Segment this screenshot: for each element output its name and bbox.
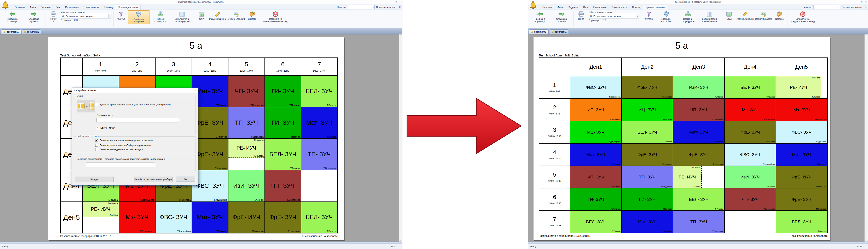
minimize-icon[interactable]: — xyxy=(391,0,393,4)
filter-button[interactable]: Филтър xyxy=(642,10,655,21)
ribbon-tab[interactable]: Виж xyxy=(581,5,590,9)
filter-button[interactable]: Филтър xyxy=(115,10,128,21)
ribbon-tab[interactable]: Виж xyxy=(53,5,63,9)
subject-label: БЕЛ- ЗУЧ xyxy=(301,76,337,107)
previous-page-button[interactable]: Предишна страница xyxy=(529,10,551,23)
style-button[interactable]: Стил xyxy=(722,10,736,21)
close-find-icon[interactable]: × xyxy=(865,5,866,8)
scroll-down-icon[interactable]: ▼ xyxy=(400,239,402,241)
window-close-icon[interactable]: × xyxy=(865,0,867,4)
ok-button[interactable]: ОК xyxy=(176,176,195,182)
ribbon-tab[interactable]: Файл xyxy=(27,5,38,9)
arrow-right-icon xyxy=(30,11,37,17)
teacher-label: Т.Гошева xyxy=(767,96,775,98)
report-combobox[interactable]: Разписание за всеки клас ▾ xyxy=(589,14,639,19)
ruler-icon xyxy=(742,11,748,17)
sizes-widths-button[interactable]: Размери/ширини xyxy=(736,10,754,21)
document-tab[interactable]: document1 xyxy=(1,29,21,34)
ribbon-tab[interactable]: Преглед на печат xyxy=(643,5,668,9)
ribbon-tab[interactable]: Файл xyxy=(555,5,566,9)
find-combobox[interactable]: ▾ xyxy=(813,5,840,9)
color-print-checkbox[interactable] xyxy=(96,126,99,129)
window-close-icon[interactable]: × xyxy=(400,0,401,4)
horizontal-scrollbar[interactable] xyxy=(528,242,868,244)
scroll-down-icon[interactable]: ▼ xyxy=(866,239,867,241)
report-combobox[interactable]: Разписание за всеки клас ▾ xyxy=(61,14,112,19)
power-icon xyxy=(800,11,806,17)
print-settings-dialog: Настройки за печат × Общо ↔ Дните са xyxy=(72,88,198,186)
supervisions-checkbox[interactable] xyxy=(95,144,98,147)
ribbon-tab[interactable]: Разписание xyxy=(590,5,609,9)
ribbon-tab[interactable]: Преглед на печат xyxy=(115,5,141,9)
subject-label: ФрЕ- ЗУЧ xyxy=(673,144,724,166)
extra-columns-button[interactable]: Допълнителни колони/редове xyxy=(171,10,193,23)
close-preview-button[interactable]: Затваряне на предварителен преглед xyxy=(788,10,817,23)
teacher-label: Т.Красимиров xyxy=(140,230,154,232)
document-tab[interactable]: document1 xyxy=(549,29,569,34)
document-tab[interactable]: document1 xyxy=(529,29,549,34)
subject-label: БЕЛ- ЗУЧ xyxy=(265,139,301,170)
ribbon-tab[interactable]: Помощ xyxy=(102,5,115,9)
restore-icon[interactable]: □ xyxy=(396,0,397,4)
ribbon-tab[interactable]: Разписание xyxy=(63,5,82,9)
vertical-scrollbar[interactable]: ▲ ▼ xyxy=(399,34,402,242)
numlock-indicator: NUM xyxy=(388,245,401,248)
colors-button[interactable]: Цветове xyxy=(773,10,786,21)
dialog-close-icon[interactable]: × xyxy=(192,89,198,92)
lesson-cell: ФрЕ- ИУЧТ.Николова xyxy=(228,202,265,233)
restore-icon[interactable]: □ xyxy=(861,0,862,4)
subject-label: ИТ- ЗУЧ xyxy=(570,99,621,121)
room-color-checkbox[interactable] xyxy=(95,148,98,151)
close-find-icon[interactable]: × xyxy=(399,5,401,8)
colors-button[interactable]: Цветове xyxy=(246,10,259,21)
org-chart-icon xyxy=(684,11,691,17)
ribbon-tab[interactable]: Възможности xyxy=(609,5,630,9)
customize-menu[interactable]: Персонализиране▾ xyxy=(842,6,863,8)
global-settings-button[interactable]: Глобални настройки xyxy=(655,10,677,23)
find-combobox[interactable]: ▾ xyxy=(348,5,375,9)
sizes-widths-button[interactable]: Размери/ширини xyxy=(208,10,227,21)
minimize-icon[interactable]: — xyxy=(856,0,858,4)
close-preview-button[interactable]: Затваряне на предварителен преглед xyxy=(261,10,290,23)
subject-label: Мз- ЗУЧ xyxy=(119,202,155,233)
ribbon-tab[interactable]: Помощ xyxy=(630,5,643,9)
vertical-scrollbar[interactable]: ▲ ▼ xyxy=(865,34,868,242)
style-button[interactable]: Стил xyxy=(195,10,208,21)
ribbon-tab[interactable]: Задание xyxy=(38,5,53,9)
title-text-input[interactable] xyxy=(96,118,179,122)
ribbon-tab[interactable]: Основен xyxy=(540,5,555,9)
document-tab[interactable]: document1 xyxy=(22,29,41,34)
horizontal-scrollbar[interactable] xyxy=(0,242,402,244)
change-structure-button[interactable]: Промени структурата xyxy=(150,10,171,23)
scroll-up-icon[interactable]: ▲ xyxy=(866,35,867,37)
change-structure-button[interactable]: Промени структурата xyxy=(677,10,699,23)
footer-text-input[interactable] xyxy=(86,162,155,167)
ribbon-tab[interactable]: Задание xyxy=(566,5,581,9)
set-default-style-button[interactable]: Задай стил за печат по подразбиране xyxy=(134,176,173,182)
lesson-cell: ГИ- ЗУЧТ.Петрова xyxy=(622,188,673,211)
lesson-cell: Мат- ЗУЧТ.Божкова xyxy=(622,211,673,233)
arrow-left-icon xyxy=(9,11,16,17)
period-header: 512:00 - 13:00 xyxy=(539,166,570,188)
customize-menu[interactable]: Персонализиране▾ xyxy=(376,6,398,8)
extra-columns-button[interactable]: Допълнителни колони/редове xyxy=(699,10,720,23)
print-button[interactable]: Печат ▾ xyxy=(575,10,588,23)
next-page-button[interactable]: Следваща страница xyxy=(23,10,44,23)
design-button[interactable]: Design: Standard xyxy=(227,10,246,21)
ribbon-tab[interactable]: Възможности xyxy=(82,5,102,9)
days-in-columns-checkbox[interactable] xyxy=(96,103,99,106)
lesson-cell: ЧП- ЗУЧТ.Цветанова xyxy=(228,76,265,107)
find-label: Намери: xyxy=(803,6,812,8)
ribbon-tab[interactable]: Основен xyxy=(12,5,27,9)
next-page-button[interactable]: Следваща страница xyxy=(551,10,572,23)
duties-checkbox[interactable] xyxy=(95,139,98,142)
print-button[interactable]: Печат ▾ xyxy=(47,10,60,23)
previous-page-button[interactable]: Предишна страница xyxy=(1,10,23,23)
design-button[interactable]: Design: Standard xyxy=(754,10,773,21)
load-button[interactable]: Зареди xyxy=(75,176,114,182)
ribbon: Предишна страница Следваща страница Печа… xyxy=(528,10,868,28)
scroll-up-icon[interactable]: ▲ xyxy=(400,35,402,37)
org-chart-icon xyxy=(157,11,164,17)
global-settings-button[interactable]: Глобални настройки xyxy=(128,10,150,24)
lesson-cell: Мз- ЗУЧТ.Красимиров xyxy=(724,99,776,121)
